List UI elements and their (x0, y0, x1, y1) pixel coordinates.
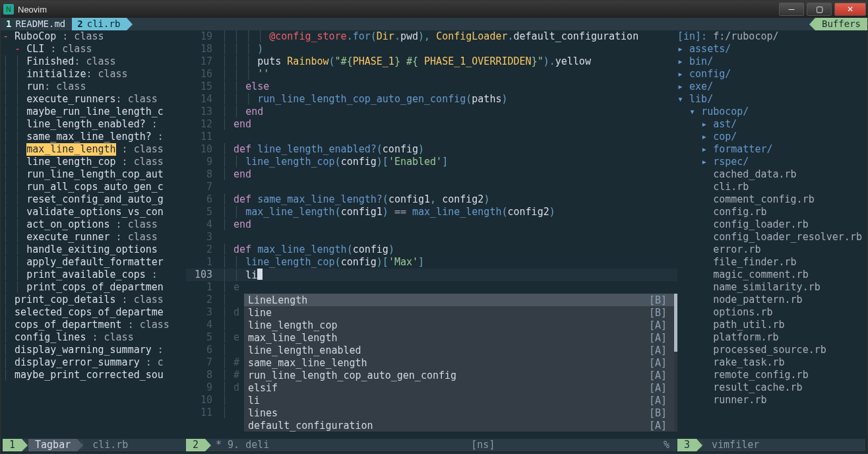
code-line[interactable]: │ def max_line_length(config) (222, 243, 677, 256)
completion-item[interactable]: line[B] (244, 306, 677, 319)
tagbar-item[interactable]: │ │ execute_runner : class (3, 231, 186, 243)
completion-item[interactable]: run_line_length_cop_auto_gen_config[A] (244, 369, 677, 381)
code-line[interactable] (222, 181, 677, 193)
tagbar-item[interactable]: │ │ initialize: class (3, 68, 186, 81)
popup-scrollbar[interactable] (674, 294, 677, 432)
code-line[interactable]: │ │ │ ) (222, 43, 677, 55)
tree-dir[interactable]: ▸ cop/ (677, 131, 865, 143)
tree-file[interactable]: file_finder.rb (677, 256, 865, 269)
code-line[interactable]: │ │ end (222, 106, 677, 118)
code-line[interactable]: │ │ else (222, 81, 677, 93)
code-line[interactable]: │ e (222, 281, 677, 294)
editor-pane[interactable]: 1918171615141312111098765432110312345678… (186, 30, 677, 451)
tree-file[interactable]: name_similarity.rb (677, 281, 865, 294)
code-line[interactable] (222, 231, 677, 243)
tree-file[interactable]: error.rb (677, 243, 865, 256)
tagbar-item[interactable]: │ │ max_line_length : class (3, 143, 186, 156)
tagbar-item[interactable]: │ │ handle_exiting_options (3, 243, 186, 256)
completion-item[interactable]: line_length_enabled[A] (244, 344, 677, 356)
completion-item[interactable]: default_configuration[A] (244, 419, 677, 432)
completion-item[interactable]: li[A] (244, 394, 677, 406)
code-line[interactable]: │ │ line_length_cop(config)['Enabled'] (222, 156, 677, 168)
tagbar-item[interactable]: │ │ run: class (3, 81, 186, 93)
code-line[interactable] (222, 131, 677, 143)
close-button[interactable]: ✕ (834, 3, 866, 16)
tree-file[interactable]: result_cache.rb (677, 381, 865, 394)
code-line[interactable]: │ │ max_line_length(config1) == max_line… (222, 206, 677, 218)
tab-readme[interactable]: 1README.md (1, 18, 72, 30)
tagbar-item[interactable]: │ │ line_length_cop : class (3, 156, 186, 168)
tagbar-item[interactable]: │ │ run_line_length_cop_aut (3, 168, 186, 181)
tagbar-item[interactable]: │ │ print_available_cops : (3, 269, 186, 281)
tree-file[interactable]: rake_task.rb (677, 356, 865, 369)
code-line[interactable]: │ │ │ │ @config_store.for(Dir.pwd), Conf… (222, 30, 677, 43)
tree-file[interactable]: config.rb (677, 206, 865, 218)
tree-dir[interactable]: ▸ exe/ (677, 81, 865, 93)
tagbar-item[interactable]: │ config_lines : class (3, 331, 186, 344)
tagbar-item[interactable]: │ │ run_all_cops_auto_gen_c (3, 181, 186, 193)
tagbar-item[interactable]: │ display_error_summary : c (3, 356, 186, 369)
tree-file[interactable]: cli.rb (677, 181, 865, 193)
tree-file[interactable]: comment_config.rb (677, 193, 865, 206)
tagbar-item[interactable]: │ │ maybe_run_line_length_c (3, 106, 186, 118)
tree-dir[interactable]: ▸ ast/ (677, 118, 865, 131)
tagbar-item[interactable]: │ selected_cops_of_departme (3, 306, 186, 319)
tree-dir[interactable]: ▸ bin/ (677, 55, 865, 68)
completion-popup[interactable]: LineLength[B]line[B]line_length_cop[A]ma… (244, 294, 677, 432)
titlebar[interactable]: N Neovim ─ ▢ ✕ (1, 1, 867, 18)
tree-file[interactable]: processed_source.rb (677, 344, 865, 356)
completion-item[interactable]: lines[B] (244, 406, 677, 419)
tagbar-item[interactable]: │ cops_of_department : class (3, 319, 186, 331)
code-line[interactable]: │ end (222, 168, 677, 181)
tree-file[interactable]: runner.rb (677, 394, 865, 406)
code-line[interactable]: │ │ li (222, 269, 677, 281)
code-line[interactable]: │ │ │ run_line_length_cop_auto_gen_confi… (222, 93, 677, 106)
code-line[interactable]: │ end (222, 218, 677, 231)
buffers-button[interactable]: Buffers (815, 18, 867, 30)
tagbar-item[interactable]: │ maybe_print_corrected_sou (3, 369, 186, 381)
tree-file[interactable]: node_pattern.rb (677, 294, 865, 306)
tree-dir[interactable]: ▸ assets/ (677, 43, 865, 55)
code-line[interactable]: │ def line_length_enabled?(config) (222, 143, 677, 156)
code-line[interactable]: │ def same_max_line_length?(config1, con… (222, 193, 677, 206)
tree-file[interactable]: magic_comment.rb (677, 269, 865, 281)
tagbar-item[interactable]: │ print_cop_details : class (3, 294, 186, 306)
scrollbar-thumb[interactable] (674, 294, 677, 352)
code-line[interactable]: │ │ │ '' (222, 68, 677, 81)
tagbar-item[interactable]: │ │ apply_default_formatter (3, 256, 186, 269)
tagbar-item[interactable]: │ │ Finished: class (3, 55, 186, 68)
tree-file[interactable]: config_loader.rb (677, 218, 865, 231)
code-line[interactable]: │ │ │ puts Rainbow("#{PHASE_1} #{ PHASE_… (222, 55, 677, 68)
minimize-button[interactable]: ─ (779, 3, 804, 16)
tagbar-item[interactable]: │ │ line_length_enabled? : (3, 118, 186, 131)
tagbar-item[interactable]: │ │ print_cops_of_departmen (3, 281, 186, 294)
completion-item[interactable]: line_length_cop[A] (244, 319, 677, 331)
tree-dir[interactable]: ▸ formatter/ (677, 143, 865, 156)
tagbar-item[interactable]: │ │ act_on_options : class (3, 218, 186, 231)
completion-item[interactable]: same_max_line_length[A] (244, 356, 677, 369)
tree-dir[interactable]: ▸ rspec/ (677, 156, 865, 168)
code-line[interactable]: │ end (222, 118, 677, 131)
tree-dir[interactable]: ▸ config/ (677, 68, 865, 81)
tree-dir[interactable]: ▾ lib/ (677, 93, 865, 106)
completion-item[interactable]: LineLength[B] (244, 294, 677, 306)
tab-cli[interactable]: 2cli.rb (72, 18, 127, 30)
tagbar-item[interactable]: │ │ execute_runners: class (3, 93, 186, 106)
tree-file[interactable]: platform.rb (677, 331, 865, 344)
tree-file[interactable]: remote_config.rb (677, 369, 865, 381)
tree-file[interactable]: path_util.rb (677, 319, 865, 331)
completion-item[interactable]: max_line_length[A] (244, 331, 677, 344)
maximize-button[interactable]: ▢ (807, 3, 832, 16)
tree-file[interactable]: config_loader_resolver.rb (677, 231, 865, 243)
tagbar-item[interactable]: │ │ reset_config_and_auto_g (3, 193, 186, 206)
tagbar-item[interactable]: │ │ validate_options_vs_con (3, 206, 186, 218)
tree-file[interactable]: options.rb (677, 306, 865, 319)
completion-item[interactable]: elsif[A] (244, 381, 677, 394)
filetree-pane[interactable]: [in]: f:/rubocop/▸ assets/▸ bin/▸ config… (677, 30, 865, 451)
tagbar-item[interactable]: │ │ same_max_line_length? : (3, 131, 186, 143)
tagbar-pane[interactable]: - RuboCop : class - CLI : class │ │ Fini… (3, 30, 186, 451)
tree-dir[interactable]: ▾ rubocop/ (677, 106, 865, 118)
tree-file[interactable]: cached_data.rb (677, 168, 865, 181)
code-line[interactable]: │ │ line_length_cop(config)['Max'] (222, 256, 677, 269)
tagbar-item[interactable]: │ display_warning_summary : (3, 344, 186, 356)
